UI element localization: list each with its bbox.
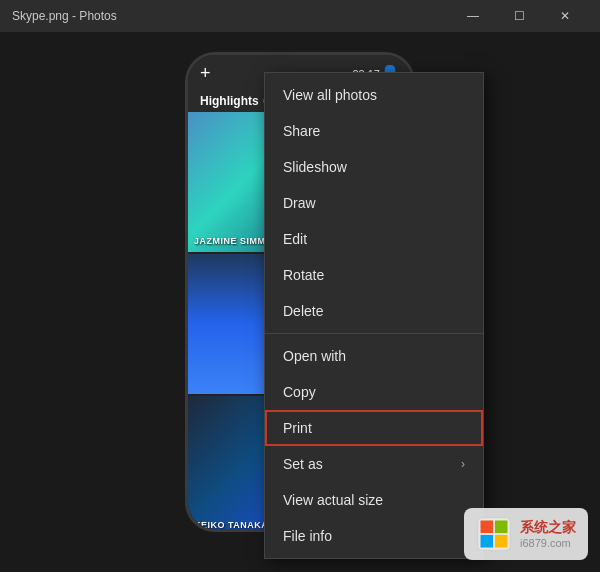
menu-item-view-all-photos[interactable]: View all photos — [265, 77, 483, 113]
menu-item-share[interactable]: Share — [265, 113, 483, 149]
maximize-button[interactable]: ☐ — [496, 0, 542, 32]
watermark-main-text: 系统之家 — [520, 519, 576, 537]
menu-divider-1 — [265, 333, 483, 334]
svg-rect-4 — [495, 535, 508, 548]
menu-item-draw[interactable]: Draw — [265, 185, 483, 221]
set-as-chevron-icon: › — [461, 457, 465, 471]
menu-item-copy[interactable]: Copy — [265, 374, 483, 410]
window-title: Skype.png - Photos — [12, 9, 450, 23]
menu-item-set-as[interactable]: Set as › — [265, 446, 483, 482]
menu-item-slideshow[interactable]: Slideshow — [265, 149, 483, 185]
close-button[interactable]: ✕ — [542, 0, 588, 32]
context-menu: View all photos Share Slideshow Draw Edi… — [264, 72, 484, 559]
menu-item-print[interactable]: Print — [265, 410, 483, 446]
menu-item-view-actual-size[interactable]: View actual size — [265, 482, 483, 518]
menu-item-edit[interactable]: Edit — [265, 221, 483, 257]
menu-item-file-info[interactable]: File info — [265, 518, 483, 554]
svg-rect-3 — [481, 535, 494, 548]
phone-plus-icon: + — [200, 63, 211, 84]
watermark-sub-text: i6879.com — [520, 537, 576, 549]
menu-item-open-with[interactable]: Open with — [265, 338, 483, 374]
svg-rect-2 — [495, 521, 508, 534]
highlights-label: Highlights — [200, 94, 259, 108]
menu-item-rotate[interactable]: Rotate — [265, 257, 483, 293]
title-bar: Skype.png - Photos — ☐ ✕ — [0, 0, 600, 32]
window-controls: — ☐ ✕ — [450, 0, 588, 32]
main-content: + 22:17 👤 Highlights JAZMINE SIMMONS KEI… — [0, 32, 600, 572]
watermark-logo-icon — [476, 516, 512, 552]
photo-name-5: KEIKO TANAKA — [194, 520, 268, 529]
svg-rect-1 — [481, 521, 494, 534]
menu-item-delete[interactable]: Delete — [265, 293, 483, 329]
watermark: 系统之家 i6879.com — [464, 508, 588, 560]
watermark-text: 系统之家 i6879.com — [520, 519, 576, 549]
minimize-button[interactable]: — — [450, 0, 496, 32]
